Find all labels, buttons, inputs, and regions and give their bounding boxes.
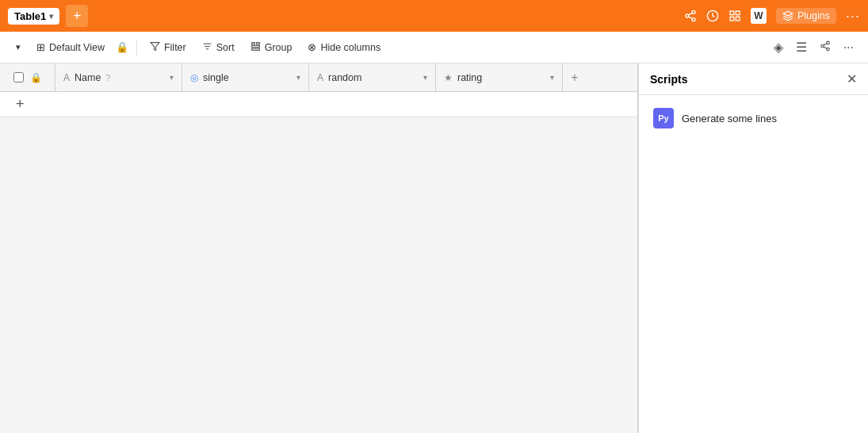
script-name-label: Generate some lines: [682, 113, 777, 125]
svg-rect-7: [736, 11, 740, 15]
svg-rect-8: [730, 17, 734, 21]
lock-icon: 🔒: [116, 41, 128, 53]
add-table-button[interactable]: +: [66, 5, 88, 27]
plugins-button[interactable]: Plugins: [776, 8, 836, 24]
column-random-dropdown-icon[interactable]: ▾: [423, 73, 427, 82]
svg-rect-16: [251, 45, 259, 47]
single-type-icon: ◎: [190, 72, 198, 83]
column-name-dropdown-icon[interactable]: ▾: [170, 73, 174, 82]
text-type-icon: A: [63, 72, 70, 83]
add-row-icon: +: [16, 96, 25, 113]
more-options-icon[interactable]: ···: [846, 8, 860, 25]
scripts-title: Scripts: [650, 73, 687, 86]
notion-icon[interactable]: W: [751, 8, 767, 24]
toolbar-icon[interactable]: [728, 10, 741, 22]
svg-line-21: [824, 46, 827, 48]
table-name-button[interactable]: Table1 ▾: [8, 8, 59, 25]
svg-point-18: [826, 41, 829, 44]
svg-rect-15: [256, 42, 259, 44]
sort-icon: [202, 41, 212, 54]
scripts-close-button[interactable]: ✕: [847, 71, 857, 86]
more-toolbar-button[interactable]: ···: [839, 37, 858, 58]
column-rating-label: rating: [457, 72, 482, 83]
list-view-button[interactable]: ☰: [791, 36, 812, 58]
map-pin-button[interactable]: ◈: [769, 36, 788, 58]
default-view-button[interactable]: ⊞ Default View: [30, 38, 111, 56]
svg-point-0: [692, 10, 695, 13]
share-icon[interactable]: [684, 10, 697, 22]
grid-icon: ⊞: [36, 41, 45, 53]
plugins-label: Plugins: [797, 10, 830, 21]
data-rows-area: +: [0, 92, 637, 117]
group-button[interactable]: Group: [244, 38, 299, 57]
select-all-checkbox[interactable]: [13, 72, 24, 82]
script-item[interactable]: Py Generate some lines: [647, 103, 860, 133]
group-icon: [250, 41, 261, 54]
scripts-panel: Scripts ✕ Py Generate some lines: [638, 63, 868, 433]
scripts-list: Py Generate some lines: [639, 95, 868, 141]
column-random-label: random: [328, 72, 361, 83]
hide-columns-icon: ⊗: [308, 41, 316, 53]
svg-rect-9: [736, 17, 740, 21]
view-toggle-button[interactable]: ▾: [10, 39, 27, 56]
column-single-label: single: [203, 72, 229, 83]
scripts-panel-header: Scripts ✕: [639, 63, 868, 95]
view-toggle-arrow-icon: ▾: [16, 42, 21, 52]
table-area: 🔒 A Name ? ▾ ◎ single ▾ A random ▾: [0, 63, 638, 433]
column-header-single[interactable]: ◎ single ▾: [182, 63, 309, 91]
svg-point-1: [686, 14, 689, 17]
svg-marker-10: [151, 42, 159, 50]
svg-point-20: [826, 48, 829, 51]
topbar-actions: W Plugins ···: [684, 8, 860, 25]
random-type-icon: A: [317, 72, 323, 83]
svg-rect-6: [730, 11, 734, 15]
add-row-button[interactable]: +: [0, 92, 637, 117]
row-select-area: 🔒: [0, 63, 55, 91]
toolbar-divider: [136, 40, 137, 56]
script-py-badge: Py: [653, 108, 674, 128]
svg-rect-14: [251, 42, 254, 44]
svg-line-3: [689, 17, 693, 19]
svg-line-22: [824, 43, 827, 44]
filter-icon: [150, 41, 160, 54]
column-headers: 🔒 A Name ? ▾ ◎ single ▾ A random ▾: [0, 63, 637, 92]
svg-point-2: [692, 18, 695, 21]
history-icon[interactable]: [706, 10, 719, 22]
table-name-label: Table1: [14, 10, 46, 22]
main-content: 🔒 A Name ? ▾ ◎ single ▾ A random ▾: [0, 63, 868, 433]
svg-point-19: [820, 44, 824, 48]
toolbar: ▾ ⊞ Default View 🔒 Filter Sort Group ⊗ H…: [0, 32, 868, 63]
column-single-dropdown-icon[interactable]: ▾: [296, 73, 300, 82]
table-dropdown-icon: ▾: [49, 12, 53, 21]
column-help-icon[interactable]: ?: [105, 73, 110, 82]
column-rating-dropdown-icon[interactable]: ▾: [550, 73, 554, 82]
column-header-name[interactable]: A Name ? ▾: [55, 63, 182, 91]
top-bar: Table1 ▾ + W Plugins ···: [0, 0, 868, 32]
row-lock-icon: 🔒: [30, 72, 42, 83]
share-data-button[interactable]: [815, 37, 835, 58]
sort-button[interactable]: Sort: [196, 38, 241, 57]
column-header-rating[interactable]: ★ rating ▾: [436, 63, 563, 91]
svg-line-4: [689, 13, 693, 15]
svg-rect-17: [251, 48, 259, 50]
hide-columns-button[interactable]: ⊗ Hide columns: [301, 38, 387, 56]
rating-type-icon: ★: [444, 72, 453, 83]
column-name-label: Name: [75, 72, 101, 83]
column-header-random[interactable]: A random ▾: [309, 63, 436, 91]
add-column-button[interactable]: +: [563, 63, 587, 91]
filter-button[interactable]: Filter: [143, 38, 193, 57]
